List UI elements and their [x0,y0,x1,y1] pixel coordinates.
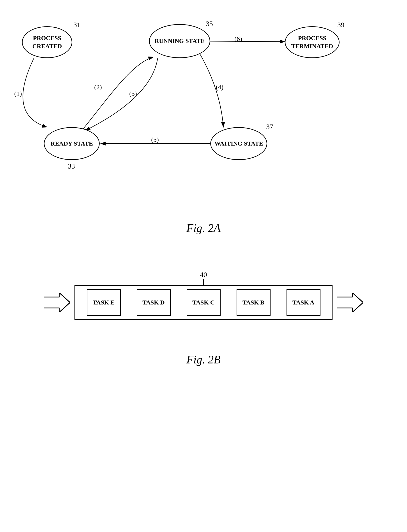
ref-40: 40 [200,271,207,279]
svg-marker-3 [337,293,363,312]
trans-5: (5) [151,136,159,143]
ref-35: 35 [206,20,213,28]
trans-2: (2) [94,83,102,91]
arrow-right-icon [337,293,363,312]
trans-4: (4) [216,83,223,91]
node-process-created: PROCESSCREATED [22,26,72,58]
ref-33: 33 [68,162,75,170]
queue-wrapper: TASK E TASK D TASK C TASK B TASK A [44,281,363,325]
task-box-a: TASK A [287,289,321,316]
task-box-b: TASK B [237,289,271,316]
ref-39: 39 [337,21,344,29]
trans-1: (1) [14,90,22,97]
node-waiting-state: WAITING STATE [210,127,267,160]
queue-box: TASK E TASK D TASK C TASK B TASK A [74,285,333,320]
ref-31: 31 [73,21,80,29]
svg-marker-2 [44,293,70,312]
fig2b-title: Fig. 2B [186,353,221,366]
task-box-d: TASK D [137,289,171,316]
task-box-c: TASK C [187,289,221,316]
trans-3: (3) [129,90,137,97]
page: PROCESSCREATED RUNNING STATE PROCESSTERM… [0,0,407,532]
task-box-e: TASK E [87,289,121,316]
ref-37: 37 [266,123,273,131]
arrow-left-icon [44,293,70,312]
node-ready-state: READY STATE [44,127,100,160]
fig2a-container: PROCESSCREATED RUNNING STATE PROCESSTERM… [0,9,407,239]
node-process-terminated: PROCESSTERMINATED [285,26,340,58]
fig2b-container: 40 TASK E TASK D TASK C TASK B [0,259,407,368]
node-running-state: RUNNING STATE [149,24,210,58]
trans-6: (6) [234,35,242,42]
fig2a-title: Fig. 2A [186,222,221,235]
